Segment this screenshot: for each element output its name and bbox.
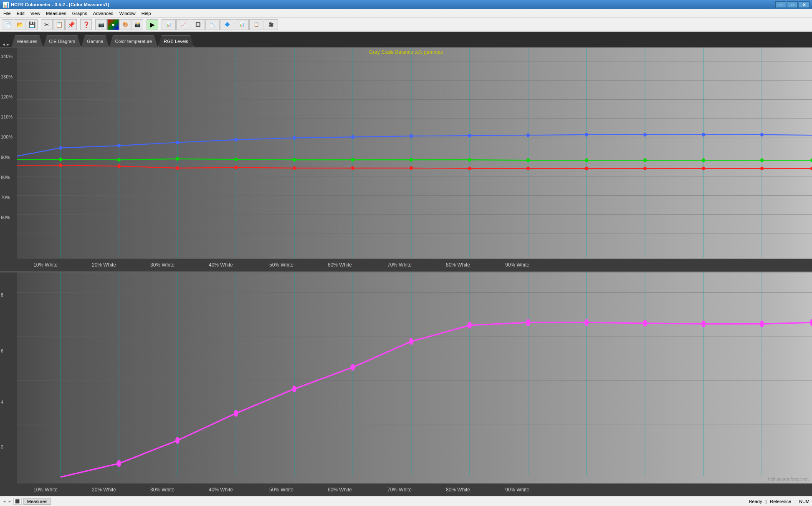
view5-button[interactable]: 🔷: [220, 19, 234, 30]
svg-point-36: [810, 159, 812, 162]
svg-point-56: [410, 166, 413, 170]
paste-button[interactable]: 📌: [65, 19, 77, 30]
svg-point-29: [410, 158, 413, 162]
svg-point-91: [701, 320, 706, 327]
chart-bottom-svg: [0, 272, 812, 496]
help-button[interactable]: ❓: [80, 19, 92, 30]
tab-rgb-levels[interactable]: RGB Levels: [158, 35, 194, 47]
svg-point-35: [760, 159, 764, 162]
status-ready: Ready: [749, 499, 762, 504]
close-button[interactable]: ✕: [799, 1, 809, 8]
svg-point-87: [468, 322, 472, 329]
rgb-button[interactable]: ●: [107, 19, 119, 30]
menu-help[interactable]: Help: [139, 10, 154, 16]
camera-button[interactable]: 📷: [95, 19, 107, 30]
svg-point-53: [234, 166, 238, 169]
cut-button[interactable]: ✂: [41, 19, 53, 30]
svg-point-82: [175, 437, 180, 444]
window-title: HCFR Colorimeter - 3.5.2 - [Color Measur…: [11, 2, 109, 7]
status-measures-tab[interactable]: Measures: [23, 498, 51, 505]
svg-point-26: [234, 158, 238, 161]
copy-button[interactable]: 📋: [53, 19, 65, 30]
svg-point-60: [643, 167, 647, 171]
title-bar-left: 📊 HCFR Colorimeter - 3.5.2 - [Color Meas…: [3, 2, 109, 8]
view7-button[interactable]: 📋: [249, 19, 263, 30]
save-button[interactable]: 💾: [26, 19, 38, 30]
chart-top: Gray Scale Balance w/o gammas 140% 130% …: [0, 48, 812, 271]
status-separator2: |: [794, 499, 796, 504]
status-left: ◄ ► ⬛ Measures: [3, 498, 51, 505]
menu-file[interactable]: File: [1, 10, 13, 16]
svg-point-32: [585, 159, 588, 162]
svg-point-86: [409, 338, 413, 345]
svg-point-45: [526, 133, 530, 137]
svg-point-83: [234, 410, 238, 417]
menu-window[interactable]: Window: [117, 10, 138, 16]
view1-button[interactable]: 📊: [162, 19, 176, 30]
svg-point-57: [468, 167, 471, 171]
view8-button[interactable]: 🎥: [264, 19, 278, 30]
svg-point-30: [468, 158, 471, 162]
svg-point-52: [176, 166, 179, 170]
tab-gamma[interactable]: Gamma: [81, 35, 109, 47]
svg-point-54: [293, 166, 296, 170]
tab-scroll-right[interactable]: ►: [6, 42, 10, 47]
svg-point-41: [293, 136, 296, 140]
svg-point-63: [810, 167, 812, 171]
svg-point-61: [702, 167, 705, 171]
cam2-button[interactable]: 📸: [132, 19, 143, 30]
play-button[interactable]: ▶: [147, 19, 158, 30]
svg-point-50: [59, 164, 62, 167]
status-nav-prev[interactable]: ◄: [3, 499, 6, 503]
tab-scroll-left[interactable]: ◄: [2, 42, 6, 47]
svg-point-28: [351, 158, 354, 162]
svg-point-55: [351, 166, 354, 170]
tab-measures[interactable]: Measures: [12, 35, 43, 47]
view3-button[interactable]: 🔲: [191, 19, 205, 30]
tab-cie[interactable]: CIE Diagram: [43, 35, 81, 47]
multi-button[interactable]: 🎨: [119, 19, 131, 30]
svg-point-81: [117, 460, 121, 467]
status-nav-next[interactable]: ►: [8, 499, 12, 503]
svg-point-49: [760, 133, 764, 137]
view2-button[interactable]: 📈: [176, 19, 190, 30]
status-bar: ◄ ► ⬛ Measures Ready | Reference | NUM: [0, 496, 812, 506]
svg-point-89: [584, 319, 589, 326]
svg-point-84: [292, 385, 296, 392]
svg-point-46: [585, 133, 588, 137]
restore-button[interactable]: □: [787, 1, 798, 8]
svg-point-62: [760, 167, 764, 171]
status-num: NUM: [799, 499, 809, 504]
menu-edit[interactable]: Edit: [14, 10, 27, 16]
svg-point-93: [810, 319, 812, 326]
chart-bottom: hcfr.sourceforge.net 8 6 4 2 10% White 2…: [0, 272, 812, 496]
minimize-button[interactable]: ─: [775, 1, 786, 8]
menu-graphs[interactable]: Graphs: [70, 10, 90, 16]
title-bar-controls: ─ □ ✕: [775, 1, 809, 8]
status-reference: Reference: [770, 499, 791, 504]
menu-advanced[interactable]: Advanced: [91, 10, 116, 16]
svg-point-33: [643, 159, 647, 162]
status-nav-page[interactable]: ⬛: [13, 498, 22, 505]
title-bar: 📊 HCFR Colorimeter - 3.5.2 - [Color Meas…: [0, 0, 812, 9]
svg-point-34: [702, 159, 705, 162]
tab-color-temp[interactable]: Color temperature: [109, 35, 157, 47]
new-button[interactable]: 📄: [2, 19, 13, 30]
svg-point-58: [526, 167, 530, 171]
svg-point-24: [117, 158, 121, 162]
svg-point-44: [468, 134, 471, 138]
svg-point-59: [585, 167, 588, 171]
menu-measures[interactable]: Measures: [43, 10, 68, 16]
open-button[interactable]: 📂: [14, 19, 25, 30]
content-area: Gray Scale Balance w/o gammas 140% 130% …: [0, 48, 812, 496]
status-right: Ready | Reference | NUM: [749, 499, 809, 504]
menu-view[interactable]: View: [28, 10, 43, 16]
svg-point-37: [59, 146, 62, 150]
svg-point-38: [117, 144, 121, 148]
svg-point-27: [293, 158, 296, 162]
svg-point-42: [351, 135, 354, 139]
svg-point-39: [176, 141, 179, 144]
view4-button[interactable]: 📉: [205, 19, 220, 30]
view6-button[interactable]: 📊: [235, 19, 249, 30]
toolbar: 📄 📂 💾 ✂ 📋 📌 ❓ 📷 ● 🎨 📸 ▶ 📊 📈 🔲 📉 🔷 📊 📋 🎥: [0, 18, 812, 32]
